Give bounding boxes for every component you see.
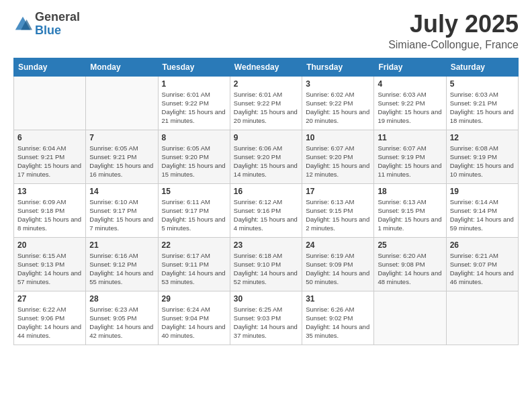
calendar-cell: 21Sunrise: 6:16 AM Sunset: 9:12 PM Dayli… [86,237,158,291]
day-number: 25 [378,240,442,250]
day-info: Sunrise: 6:13 AM Sunset: 9:15 PM Dayligh… [306,197,370,233]
col-thursday: Thursday [302,58,374,76]
day-number: 7 [89,133,154,142]
calendar-cell: 27Sunrise: 6:22 AM Sunset: 9:06 PM Dayli… [14,291,86,345]
calendar-cell: 24Sunrise: 6:19 AM Sunset: 9:09 PM Dayli… [302,237,374,291]
day-number: 5 [450,79,515,89]
col-friday: Friday [374,58,446,76]
calendar-body: 1Sunrise: 6:01 AM Sunset: 9:22 PM Daylig… [14,76,519,345]
calendar-cell [374,291,446,345]
col-monday: Monday [86,58,158,76]
calendar-page: General Blue July 2025 Simiane-Collongue… [0,0,532,411]
day-info: Sunrise: 6:01 AM Sunset: 9:22 PM Dayligh… [234,90,298,126]
day-number: 15 [162,187,226,196]
calendar-cell: 23Sunrise: 6:18 AM Sunset: 9:10 PM Dayli… [230,237,302,291]
day-info: Sunrise: 6:17 AM Sunset: 9:11 PM Dayligh… [162,251,226,287]
logo-icon [13,15,32,34]
day-number: 13 [17,187,82,196]
day-number: 18 [378,187,442,196]
calendar-cell: 7Sunrise: 6:05 AM Sunset: 9:21 PM Daylig… [86,130,158,183]
calendar-cell: 15Sunrise: 6:11 AM Sunset: 9:17 PM Dayli… [158,183,230,237]
day-number: 12 [450,133,515,142]
header-row: Sunday Monday Tuesday Wednesday Thursday… [14,58,519,76]
day-info: Sunrise: 6:05 AM Sunset: 9:21 PM Dayligh… [89,144,154,179]
calendar-cell: 8Sunrise: 6:05 AM Sunset: 9:20 PM Daylig… [158,130,230,183]
day-info: Sunrise: 6:22 AM Sunset: 9:06 PM Dayligh… [17,305,82,340]
day-number: 14 [89,187,154,196]
day-number: 22 [162,240,226,250]
day-number: 31 [306,294,370,304]
calendar-cell: 31Sunrise: 6:26 AM Sunset: 9:02 PM Dayli… [302,291,374,345]
calendar-week-2: 6Sunrise: 6:04 AM Sunset: 9:21 PM Daylig… [14,130,519,183]
day-number: 23 [234,240,298,250]
day-info: Sunrise: 6:13 AM Sunset: 9:15 PM Dayligh… [378,197,442,233]
calendar-cell: 14Sunrise: 6:10 AM Sunset: 9:17 PM Dayli… [86,183,158,237]
calendar-week-5: 27Sunrise: 6:22 AM Sunset: 9:06 PM Dayli… [14,291,519,345]
calendar-cell: 25Sunrise: 6:20 AM Sunset: 9:08 PM Dayli… [374,237,446,291]
day-number: 24 [306,240,370,250]
calendar-cell: 5Sunrise: 6:03 AM Sunset: 9:21 PM Daylig… [446,76,518,130]
calendar-cell [14,76,86,130]
day-info: Sunrise: 6:16 AM Sunset: 9:12 PM Dayligh… [89,251,154,287]
day-number: 17 [306,187,370,196]
col-wednesday: Wednesday [230,58,302,76]
calendar-cell: 11Sunrise: 6:07 AM Sunset: 9:19 PM Dayli… [374,130,446,183]
day-number: 1 [162,79,226,89]
calendar-cell: 20Sunrise: 6:15 AM Sunset: 9:13 PM Dayli… [14,237,86,291]
day-info: Sunrise: 6:02 AM Sunset: 9:22 PM Dayligh… [306,90,370,126]
logo-text: General Blue [35,11,80,38]
day-number: 26 [450,240,515,250]
main-title: July 2025 [388,11,519,38]
col-sunday: Sunday [14,58,86,76]
calendar-cell: 6Sunrise: 6:04 AM Sunset: 9:21 PM Daylig… [14,130,86,183]
calendar-cell [446,291,518,345]
day-number: 19 [450,187,515,196]
calendar-week-4: 20Sunrise: 6:15 AM Sunset: 9:13 PM Dayli… [14,237,519,291]
calendar-cell: 10Sunrise: 6:07 AM Sunset: 9:20 PM Dayli… [302,130,374,183]
day-info: Sunrise: 6:23 AM Sunset: 9:05 PM Dayligh… [89,305,154,340]
day-number: 21 [89,240,154,250]
calendar-cell: 12Sunrise: 6:08 AM Sunset: 9:19 PM Dayli… [446,130,518,183]
calendar-cell: 18Sunrise: 6:13 AM Sunset: 9:15 PM Dayli… [374,183,446,237]
day-info: Sunrise: 6:07 AM Sunset: 9:19 PM Dayligh… [378,144,442,179]
day-info: Sunrise: 6:08 AM Sunset: 9:19 PM Dayligh… [450,144,515,179]
header: General Blue July 2025 Simiane-Collongue… [13,11,519,51]
day-info: Sunrise: 6:19 AM Sunset: 9:09 PM Dayligh… [306,251,370,287]
day-info: Sunrise: 6:14 AM Sunset: 9:14 PM Dayligh… [450,197,515,233]
day-number: 30 [234,294,298,304]
calendar-cell: 13Sunrise: 6:09 AM Sunset: 9:18 PM Dayli… [14,183,86,237]
day-info: Sunrise: 6:03 AM Sunset: 9:22 PM Dayligh… [378,90,442,126]
day-info: Sunrise: 6:18 AM Sunset: 9:10 PM Dayligh… [234,251,298,287]
day-info: Sunrise: 6:09 AM Sunset: 9:18 PM Dayligh… [17,197,82,233]
day-number: 11 [378,133,442,142]
calendar-cell: 29Sunrise: 6:24 AM Sunset: 9:04 PM Dayli… [158,291,230,345]
day-info: Sunrise: 6:10 AM Sunset: 9:17 PM Dayligh… [89,197,154,233]
day-info: Sunrise: 6:01 AM Sunset: 9:22 PM Dayligh… [162,90,226,126]
logo-blue: Blue [35,24,80,38]
day-number: 20 [17,240,82,250]
title-area: July 2025 Simiane-Collongue, France [388,11,519,51]
logo: General Blue [13,11,80,38]
calendar-cell: 26Sunrise: 6:21 AM Sunset: 9:07 PM Dayli… [446,237,518,291]
calendar-cell: 30Sunrise: 6:25 AM Sunset: 9:03 PM Dayli… [230,291,302,345]
calendar-cell: 1Sunrise: 6:01 AM Sunset: 9:22 PM Daylig… [158,76,230,130]
day-number: 2 [234,79,298,89]
calendar-cell [86,76,158,130]
calendar-cell: 28Sunrise: 6:23 AM Sunset: 9:05 PM Dayli… [86,291,158,345]
calendar-cell: 22Sunrise: 6:17 AM Sunset: 9:11 PM Dayli… [158,237,230,291]
calendar-cell: 4Sunrise: 6:03 AM Sunset: 9:22 PM Daylig… [374,76,446,130]
col-tuesday: Tuesday [158,58,230,76]
subtitle: Simiane-Collongue, France [388,39,519,51]
calendar-cell: 9Sunrise: 6:06 AM Sunset: 9:20 PM Daylig… [230,130,302,183]
calendar-cell: 19Sunrise: 6:14 AM Sunset: 9:14 PM Dayli… [446,183,518,237]
calendar-cell: 16Sunrise: 6:12 AM Sunset: 9:16 PM Dayli… [230,183,302,237]
day-number: 16 [234,187,298,196]
day-info: Sunrise: 6:26 AM Sunset: 9:02 PM Dayligh… [306,305,370,340]
day-info: Sunrise: 6:12 AM Sunset: 9:16 PM Dayligh… [234,197,298,233]
day-number: 27 [17,294,82,304]
day-info: Sunrise: 6:21 AM Sunset: 9:07 PM Dayligh… [450,251,515,287]
calendar-table: Sunday Monday Tuesday Wednesday Thursday… [13,58,519,345]
day-info: Sunrise: 6:05 AM Sunset: 9:20 PM Dayligh… [162,144,226,179]
day-number: 4 [378,79,442,89]
calendar-week-1: 1Sunrise: 6:01 AM Sunset: 9:22 PM Daylig… [14,76,519,130]
